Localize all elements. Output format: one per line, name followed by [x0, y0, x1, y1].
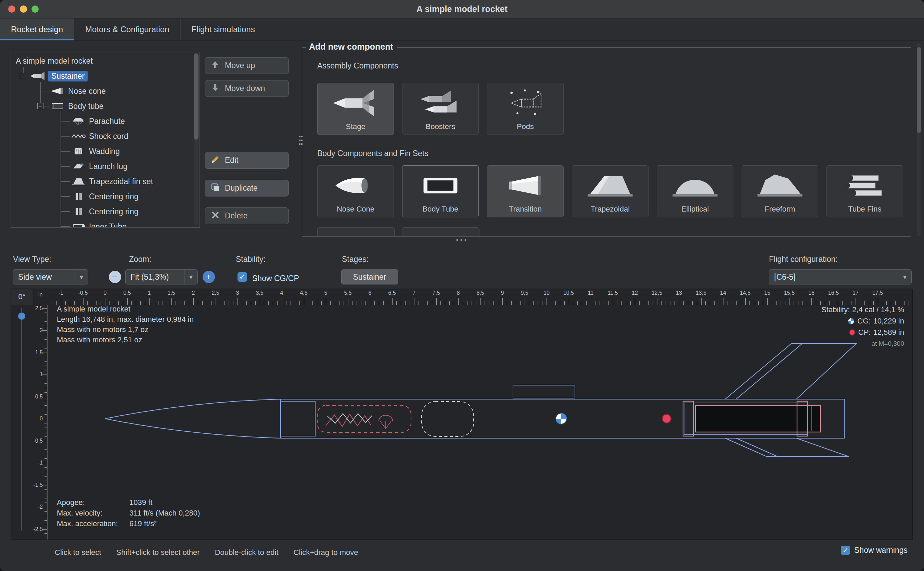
tree-item-label: Shock cord	[89, 132, 128, 141]
move-up-button[interactable]: Move up	[205, 57, 289, 74]
view-type-select[interactable]: Side view ▾	[13, 269, 88, 284]
edit-button[interactable]: Edit	[205, 152, 289, 169]
bodytube-icon	[49, 102, 65, 111]
tree-item-launch-lug[interactable]: Launch lug	[71, 159, 128, 174]
tree-item-parachute[interactable]: Parachute	[71, 114, 125, 129]
view-type-label: View Type:	[13, 255, 51, 264]
rocket-info-block: A simple model rocket Length 16,748 in, …	[57, 304, 194, 345]
component-button-freeform[interactable]: Freeform	[742, 165, 818, 218]
flight-data-block: Apogee:1039 ft Max. velocity:311 ft/s (M…	[57, 497, 200, 529]
component-button-label: Nose Cone	[317, 205, 394, 214]
component-button-label: Pods	[487, 122, 563, 131]
component-button-body-tube[interactable]: Body Tube	[402, 165, 479, 218]
ring-icon	[71, 207, 86, 216]
zoom-in-button[interactable]: +	[203, 271, 215, 283]
status-hints: Click to select Shift+click to select ot…	[55, 548, 358, 557]
component-button-label: Tube Fins	[827, 205, 903, 214]
component-button-boosters[interactable]: Boosters	[402, 83, 479, 135]
innertube-icon	[71, 222, 86, 228]
zoom-out-button[interactable]: −	[109, 271, 121, 283]
tab-motors-configuration[interactable]: Motors & Configuration	[74, 19, 180, 40]
tree-item-label: Inner Tube	[89, 222, 126, 228]
tab-flight-simulations[interactable]: Flight simulations	[181, 19, 266, 40]
toolbar-separator	[321, 256, 321, 286]
chevron-down-icon: ▾	[184, 270, 197, 284]
motor-outline	[695, 405, 821, 432]
delete-label: Delete	[225, 211, 248, 221]
show-cgcp-checkbox[interactable]: ✓	[237, 272, 247, 282]
flight-configuration-select[interactable]: [C6-5] ▾	[769, 269, 912, 284]
duplicate-icon	[210, 182, 220, 194]
edit-label: Edit	[225, 156, 239, 165]
add-component-panel: Assembly ComponentsStageBoostersPodsBody…	[302, 47, 911, 236]
component-button-label: Freeform	[742, 205, 818, 214]
zoom-label: Zoom:	[129, 255, 151, 264]
rocket-view-canvas[interactable]: 0° -1-0,500,511,522,533,544,555,566,577,…	[11, 289, 913, 540]
stability-info-block: Stability:2,4 cal / 14,1 % CG:10,229 in …	[821, 304, 904, 349]
fin-upper-outline	[725, 343, 856, 399]
tree-item-wadding[interactable]: Wadding	[71, 144, 120, 159]
tree-item-label: Parachute	[89, 117, 125, 126]
stages-label: Stages:	[342, 255, 368, 264]
tree-item-shock-cord[interactable]: Shock cord	[71, 129, 128, 144]
wadding-icon	[71, 147, 86, 156]
move-down-button[interactable]: Move down	[205, 80, 289, 97]
zoom-select[interactable]: Fit (51,3%) ▾	[125, 269, 198, 284]
section-label-assembly-components: Assembly Components	[317, 61, 398, 71]
tree-item-centering-ring[interactable]: Centering ring	[71, 189, 138, 204]
component-button-label: Stage	[317, 122, 394, 131]
tree-item-label: Launch lug	[89, 162, 128, 171]
component-button-pods[interactable]: Pods	[487, 83, 564, 135]
zoom-value: Fit (51,3%)	[130, 273, 169, 282]
show-cgcp-label: Show CG/CP	[252, 274, 299, 283]
component-button-label: Trapezoidal	[572, 205, 648, 214]
stage-toggle-sustainer[interactable]: Sustainer	[341, 269, 398, 284]
component-button-trapezoidal[interactable]: Trapezoidal	[572, 165, 648, 218]
pencil-icon	[210, 154, 220, 167]
delete-button[interactable]: Delete	[205, 207, 289, 224]
panel-resize-handle[interactable]	[455, 237, 468, 244]
duplicate-button[interactable]: Duplicate	[205, 180, 289, 196]
cp-icon	[849, 329, 856, 336]
stability-label: Stability:	[236, 255, 266, 264]
component-button-transition[interactable]: Transition	[487, 165, 564, 218]
fin-lower-outline	[725, 438, 849, 457]
component-button-nose-cone[interactable]: Nose Cone	[317, 165, 394, 218]
component-button-tube-fins[interactable]: Tube Fins	[827, 165, 903, 218]
tree-item-sustainer[interactable]: Sustainer	[30, 68, 88, 83]
tree-item-label: Centering ring	[89, 207, 138, 216]
tree-item-nose-cone[interactable]: Nose cone	[49, 83, 106, 99]
tree-collapse-icon[interactable]: −	[37, 103, 43, 109]
tree-item-centering-ring[interactable]: Centering ring	[71, 204, 138, 219]
app-window: A simple model rocket Rocket designMotor…	[0, 0, 924, 571]
chevron-down-icon: ▾	[898, 270, 911, 284]
wadding-outline	[422, 401, 474, 437]
tree-item-trapezoidal-fin-set[interactable]: Trapezoidal fin set	[71, 174, 153, 189]
tree-item-inner-tube[interactable]: Inner Tube	[71, 219, 126, 228]
component-button-label: Boosters	[402, 122, 479, 131]
tree-collapse-icon[interactable]: −	[20, 73, 26, 79]
component-button-label: Elliptical	[657, 205, 733, 214]
duplicate-label: Duplicate	[225, 184, 258, 193]
tree-item-a-simple-model-rocket[interactable]: A simple model rocket	[16, 53, 93, 68]
component-button-partial[interactable]	[317, 227, 394, 236]
component-button-label: Transition	[487, 205, 563, 214]
component-button-partial[interactable]	[402, 227, 479, 236]
component-button-label: Body Tube	[402, 205, 479, 214]
tree-item-body-tube[interactable]: Body tube	[49, 99, 104, 114]
component-tree: − − A simple model rocketSustainerNose c…	[11, 52, 200, 228]
tab-rocket-design[interactable]: Rocket design	[0, 19, 74, 40]
centering-ring-outline	[683, 401, 693, 436]
show-warnings-checkbox[interactable]: ✓	[841, 546, 850, 555]
component-button-stage[interactable]: Stage	[317, 83, 394, 135]
component-button-elliptical[interactable]: Elliptical	[657, 165, 733, 218]
window-scrollbar-thumb[interactable]	[917, 47, 921, 133]
parachute-icon	[71, 117, 86, 126]
section-label-body-components-and-fin-sets: Body Components and Fin Sets	[317, 149, 428, 158]
tree-scrollbar-thumb[interactable]	[194, 53, 199, 140]
tree-item-label: Nose cone	[68, 86, 106, 96]
move-up-label: Move up	[225, 61, 255, 70]
ring-icon	[71, 192, 86, 201]
launchlug-icon	[71, 162, 86, 171]
view-type-value: Side view	[18, 273, 52, 282]
